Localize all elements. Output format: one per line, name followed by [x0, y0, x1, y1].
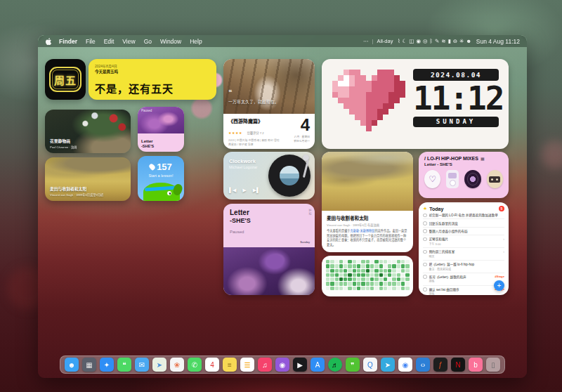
dock-icon-reminders[interactable]: ☰: [240, 358, 254, 372]
widget-artwork-cezanne[interactable]: 花果静物画 Paul Cézanne · 油画: [45, 110, 131, 153]
music-player-sticker[interactable]: [446, 170, 459, 188]
vinyl-sticker[interactable]: [464, 170, 481, 188]
heart-pixel: [400, 98, 405, 103]
dock-icon-chrome[interactable]: ◉: [398, 358, 412, 372]
dock-icon-photos[interactable]: ❀: [170, 358, 184, 372]
dock-icon-notes[interactable]: ≡: [223, 358, 237, 372]
dock-icon-vscode[interactable]: ‹›: [416, 358, 430, 372]
dock-icon-facetime[interactable]: ✆: [188, 358, 202, 372]
play-button[interactable]: ▶: [242, 188, 246, 193]
dock-icon-telegram[interactable]: ➤: [381, 358, 395, 372]
status-icons: ⌇☾◫◉◎ᛒ✎≋▮⊖✳☻: [396, 38, 472, 44]
dock-icon-mail[interactable]: ✉: [135, 358, 149, 372]
widget-movie-of-day[interactable]: ❝ 一万年太久了，就趁现在。 《西游降魔篇》 ★★★★ 豆瓣评分 7.2 201…: [223, 59, 315, 149]
apple-menu-icon[interactable]: [45, 38, 52, 45]
widget-music-letter-small[interactable]: Paused Letter -SHE'S: [138, 107, 184, 152]
menu-item-window[interactable]: Window: [156, 38, 185, 45]
dock-icon-safari[interactable]: ✦: [100, 358, 114, 372]
status-icon[interactable]: ◫: [409, 38, 414, 44]
status-icon[interactable]: ☾: [403, 38, 407, 44]
heart-pixel: [360, 103, 366, 109]
status-icon[interactable]: ✳: [459, 38, 464, 44]
widget-music-letter-large[interactable]: Letter -SHE'S Paused 11:12 Sunday: [223, 204, 315, 295]
todo-item[interactable]: 把《Letter》混一版 lo-fi hip-hop备注 · 周末前完成: [423, 261, 504, 273]
next-track-button[interactable]: ▶▌: [253, 188, 260, 193]
dock-icon-trash[interactable]: ▯: [486, 358, 500, 372]
heatmap-cell: [348, 282, 351, 285]
status-icon[interactable]: ☻: [466, 38, 471, 44]
dock-icon-launchpad[interactable]: ▦: [82, 358, 96, 372]
heart-pixel: [388, 86, 394, 92]
todo-item[interactable]: 预约周三的排练室明天›: [423, 248, 504, 261]
menu-item-finder[interactable]: Finder: [55, 38, 81, 45]
todo-checkbox[interactable]: [423, 287, 427, 292]
widget-reminders-today[interactable]: ★ Today 5 听完新一期的 LO-FI 电台 并把喜欢的歌加进歌单回复乐队…: [419, 202, 509, 295]
menu-item-view[interactable]: View: [118, 38, 139, 45]
status-icon[interactable]: ◉: [416, 38, 421, 44]
dock-icon-wechat[interactable]: ❞: [346, 358, 360, 372]
dock-icon-messages[interactable]: ❝: [117, 358, 131, 372]
heart-pixel: [394, 115, 400, 120]
heart-pixel: [394, 86, 400, 92]
status-icon[interactable]: ▮: [448, 38, 451, 44]
dock-icon-tv[interactable]: ▶: [293, 358, 307, 372]
menu-item-file[interactable]: File: [81, 38, 100, 45]
todo-stage-tag[interactable]: #Stage: [495, 275, 504, 278]
heatmap-cell: [374, 287, 378, 290]
widget-activity-heatmap[interactable]: [322, 256, 413, 296]
todo-item[interactable]: 确认 set list 曲目顺序排练#Stage: [423, 286, 504, 295]
widget-friday-badge[interactable]: 周五: [45, 59, 86, 100]
add-reminder-button[interactable]: +: [494, 280, 504, 291]
dock-icon-qq[interactable]: Q: [363, 358, 377, 372]
status-icon[interactable]: ᛒ: [430, 38, 433, 44]
previous-track-button[interactable]: ▌◀: [229, 188, 236, 193]
status-icon[interactable]: ⌇: [398, 38, 400, 44]
todo-item[interactable]: 听完新一期的 LO-FI 电台 并把喜欢的歌加进歌单: [423, 211, 504, 219]
dock-icon-calendar[interactable]: 4: [205, 358, 219, 372]
dock-icon-podcasts[interactable]: ◉: [275, 358, 289, 372]
widget-music-clockwork[interactable]: Clockwork Michael Logozar ▌◀ ▶ ▶▌: [223, 152, 315, 200]
widget-friday-countdown[interactable]: 2024年8月4日 今天是周五吗 不是，还有五天: [89, 59, 216, 100]
widget-pixel-heart-clock[interactable]: 2024.08.04 11:12 SUNDAY: [322, 59, 509, 149]
dock-icon-finder[interactable]: ☻: [65, 358, 79, 372]
menu-item-go[interactable]: Go: [140, 38, 156, 45]
status-icon[interactable]: ✎: [435, 38, 439, 44]
todo-item[interactable]: 回复乐队群里的消息: [423, 219, 504, 227]
dock-icon-figma[interactable]: ƒ: [433, 358, 447, 372]
menu-item-help[interactable]: Help: [185, 38, 206, 45]
cassette-sticker[interactable]: [487, 170, 503, 188]
scribble-heart-sticker[interactable]: ♡: [424, 170, 440, 188]
menu-bar-clock[interactable]: Sun 4 Aug 11:12: [476, 38, 520, 45]
todo-item[interactable]: 买琴弦和拨片下午 3:00›: [423, 235, 504, 248]
dock-icon-maps[interactable]: ➤: [152, 358, 166, 372]
todo-checkbox[interactable]: [423, 229, 427, 233]
status-icon[interactable]: ≋: [441, 38, 445, 44]
status-icon[interactable]: ◎: [423, 38, 428, 44]
dock-icon-appstore[interactable]: A: [311, 358, 325, 372]
status-icon[interactable]: ⊖: [453, 38, 457, 44]
widget-daily-art[interactable]: 麦田与收割者和太阳 Vincent van Gogh · 1889年6月 布面油…: [322, 152, 413, 252]
more-icon[interactable]: ⋯: [363, 38, 369, 44]
widget-lofi-playlist[interactable]: / LO-FI HIP-HOP MIXES ▦ Letter - SHE'S ♡: [419, 152, 509, 198]
todo-checkbox[interactable]: [423, 214, 427, 218]
todo-checkbox[interactable]: [423, 237, 427, 242]
todo-checkbox[interactable]: [423, 275, 427, 279]
dock-icon-spotify[interactable]: ♬: [328, 358, 342, 372]
heart-pixel: [332, 92, 338, 98]
dock-icon-netflix[interactable]: N: [451, 358, 465, 372]
menu-item-edit[interactable]: Edit: [100, 38, 119, 45]
dock: ☻▦✦❝✉➤❀✆4≡☰♫◉▶A♬❞Q➤◉‹›ƒNb▯: [60, 355, 505, 374]
heart-pixel: [360, 126, 366, 131]
widget-lesson-streak[interactable]: 157 Start a lesson!: [138, 156, 184, 201]
todo-item[interactable]: 整理八月桌面小组件的布局: [423, 228, 504, 235]
museum-link[interactable]: 克勒勒·米勒博物馆: [351, 229, 375, 233]
dock-icon-bilibili[interactable]: b: [469, 358, 483, 372]
widget-artwork-vangogh[interactable]: 麦田与收割者和太阳 Vincent van Gogh · 1889年6月或至9月…: [45, 157, 131, 201]
todo-checkbox[interactable]: [423, 221, 427, 226]
todo-item[interactable]: 练习《Letter》副歌的和声排练#Stage: [423, 273, 504, 286]
todo-checkbox[interactable]: [423, 250, 427, 254]
heatmap-cell: [366, 287, 370, 290]
todo-checkbox[interactable]: [423, 263, 427, 267]
heart-pixel: [360, 75, 366, 81]
dock-icon-music[interactable]: ♫: [258, 358, 272, 372]
